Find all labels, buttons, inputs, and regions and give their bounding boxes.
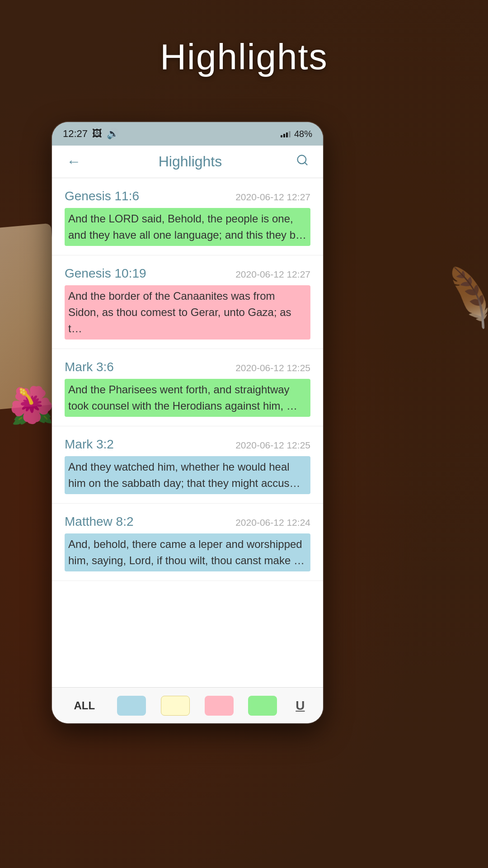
item-reference: Matthew 8:2 [65, 514, 134, 529]
content-area[interactable]: Genesis 11:6 2020-06-12 12:27 And the LO… [52, 178, 323, 687]
filter-yellow-button[interactable] [161, 696, 190, 716]
item-header: Matthew 8:2 2020-06-12 12:24 [65, 514, 310, 529]
list-item[interactable]: Mark 3:2 2020-06-12 12:25 And they watch… [52, 426, 323, 504]
item-date: 2020-06-12 12:27 [235, 269, 310, 280]
filter-blue-button[interactable] [117, 696, 146, 716]
status-time: 12:27 [63, 128, 88, 140]
item-header: Mark 3:2 2020-06-12 12:25 [65, 437, 310, 452]
item-header: Genesis 11:6 2020-06-12 12:27 [65, 189, 310, 203]
page-title: Highlights [0, 36, 488, 78]
item-text: And the border of the Canaanites was fro… [65, 285, 310, 340]
item-text: And, behold, there came a leper and wors… [65, 533, 310, 571]
item-text: And they watched him, whether he would h… [65, 456, 310, 494]
photo-icon: 🖼 [92, 128, 102, 140]
item-date: 2020-06-12 12:25 [235, 440, 310, 451]
search-button[interactable] [292, 150, 312, 173]
item-header: Genesis 10:19 2020-06-12 12:27 [65, 266, 310, 281]
status-left: 12:27 🖼 🔊 [63, 128, 119, 140]
item-date: 2020-06-12 12:27 [235, 192, 310, 203]
status-right: 48% [281, 129, 312, 139]
item-reference: Genesis 11:6 [65, 189, 139, 203]
battery: 48% [294, 129, 312, 139]
filter-green-button[interactable] [248, 696, 277, 716]
filter-all-button[interactable]: ALL [66, 696, 102, 716]
svg-line-1 [305, 162, 307, 165]
header-title: Highlights [88, 153, 292, 170]
phone-frame: 12:27 🖼 🔊 48% ← Highlights Genesis 11:6 [52, 122, 323, 723]
list-item[interactable]: Genesis 10:19 2020-06-12 12:27 And the b… [52, 255, 323, 349]
bluetooth-icon: 🔊 [107, 128, 119, 140]
filter-pink-button[interactable] [205, 696, 234, 716]
item-reference: Mark 3:2 [65, 437, 114, 452]
filter-bar: ALL U [52, 687, 323, 723]
list-item[interactable]: Matthew 8:2 2020-06-12 12:24 And, behold… [52, 504, 323, 581]
page-title-section: Highlights [0, 36, 488, 78]
back-button[interactable]: ← [63, 150, 84, 174]
item-reference: Mark 3:6 [65, 360, 114, 374]
filter-underline-button[interactable]: U [292, 695, 308, 717]
decorative-flower: 🌺 [9, 384, 54, 427]
item-text: And the LORD said, Behold, the people is… [65, 208, 310, 246]
item-date: 2020-06-12 12:25 [235, 363, 310, 373]
item-header: Mark 3:6 2020-06-12 12:25 [65, 360, 310, 374]
item-date: 2020-06-12 12:24 [235, 517, 310, 528]
item-reference: Genesis 10:19 [65, 266, 146, 281]
item-text: And the Pharisees went forth, and straig… [65, 379, 310, 417]
list-item[interactable]: Mark 3:6 2020-06-12 12:25 And the Pharis… [52, 349, 323, 426]
app-header: ← Highlights [52, 146, 323, 178]
status-bar: 12:27 🖼 🔊 48% [52, 122, 323, 146]
signal-bars [281, 130, 291, 137]
list-item[interactable]: Genesis 11:6 2020-06-12 12:27 And the LO… [52, 178, 323, 255]
